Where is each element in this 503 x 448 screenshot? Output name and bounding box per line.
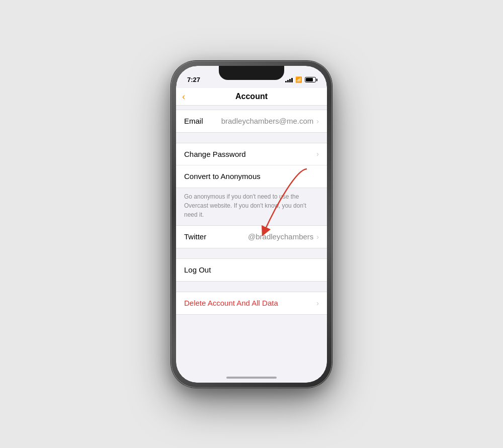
home-indicator — [226, 377, 277, 379]
gap-3 — [176, 282, 327, 292]
twitter-row[interactable]: Twitter @bradleychambers › — [176, 226, 327, 248]
twitter-label: Twitter — [184, 232, 219, 241]
twitter-chevron-icon: › — [316, 233, 319, 241]
convert-anonymous-row[interactable]: Convert to Anonymous — [176, 165, 327, 188]
delete-chevron-icon: › — [316, 299, 319, 307]
top-spacer — [176, 106, 327, 110]
email-label: Email — [184, 117, 219, 125]
logout-row[interactable]: Log Out — [176, 259, 327, 281]
email-chevron-icon: › — [316, 117, 319, 125]
phone-inner: 7:27 📶 ‹ — [176, 66, 327, 383]
delete-section: Delete Account And All Data › — [176, 292, 327, 315]
gap-2 — [176, 248, 327, 258]
convert-description: Go anonymous if you don't need to use th… — [176, 188, 327, 225]
status-time: 7:27 — [187, 76, 200, 83]
screen: 7:27 📶 ‹ — [176, 66, 327, 383]
change-password-row[interactable]: Change Password › — [176, 143, 327, 165]
twitter-value: @bradleychambers — [219, 232, 313, 241]
convert-anonymous-label: Convert to Anonymous — [184, 172, 319, 181]
account-actions-section: Change Password › Convert to Anonymous — [176, 143, 327, 188]
back-button[interactable]: ‹ — [182, 92, 185, 101]
change-password-chevron-icon: › — [316, 150, 319, 158]
delete-label: Delete Account And All Data — [184, 299, 316, 307]
logout-label: Log Out — [184, 265, 319, 274]
phone-frame: 7:27 📶 ‹ — [171, 61, 332, 388]
signal-icon — [285, 77, 293, 82]
email-value: bradleychambers@me.com — [219, 117, 313, 125]
wifi-icon: 📶 — [295, 76, 302, 83]
email-section: Email bradleychambers@me.com › — [176, 110, 327, 133]
twitter-section: Twitter @bradleychambers › — [176, 225, 327, 248]
logout-section: Log Out — [176, 258, 327, 282]
page-title: Account — [235, 92, 268, 101]
email-row[interactable]: Email bradleychambers@me.com › — [176, 110, 327, 132]
delete-row[interactable]: Delete Account And All Data › — [176, 292, 327, 314]
content-area: Email bradleychambers@me.com › Change Pa… — [176, 106, 327, 383]
change-password-label: Change Password — [184, 150, 316, 158]
battery-icon — [305, 77, 316, 82]
status-icons: 📶 — [285, 76, 316, 83]
notch — [219, 66, 284, 80]
navigation-bar: ‹ Account — [176, 88, 327, 106]
back-chevron-icon: ‹ — [182, 92, 185, 101]
gap-1 — [176, 133, 327, 143]
